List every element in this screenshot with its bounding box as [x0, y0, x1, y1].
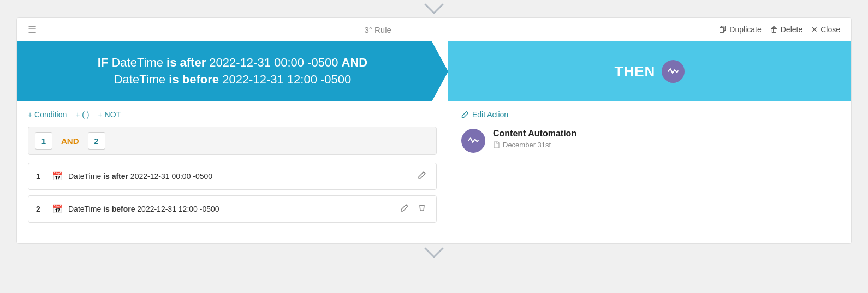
- calendar-icon-1: 📅: [52, 171, 63, 181]
- if-then-banner: IF DateTime is after 2022-12-31 00:00 -0…: [17, 41, 851, 101]
- action-info: Content Automation December 31st: [493, 129, 576, 149]
- conditions-right: Edit Action Content Automation: [448, 101, 851, 243]
- add-condition-button[interactable]: + Condition: [28, 110, 67, 119]
- action-item: Content Automation December 31st: [461, 129, 838, 153]
- drag-handle-icon[interactable]: ☰: [28, 23, 37, 35]
- conditions-body: + Condition + ( ) + NOT 1 AND: [17, 101, 851, 243]
- file-icon: [493, 141, 500, 148]
- delete-button[interactable]: 🗑 Delete: [770, 25, 802, 34]
- action-title: Content Automation: [493, 129, 576, 139]
- condition-num-1: 1: [36, 172, 47, 181]
- header-actions: 🗍 Duplicate 🗑 Delete ✕ Close: [719, 25, 840, 34]
- close-icon: ✕: [811, 25, 818, 34]
- condition-actions-2: [398, 202, 429, 216]
- if-label-2: DateTime is before 2022-12-31 12:00 -050…: [114, 73, 352, 86]
- duplicate-button[interactable]: 🗍 Duplicate: [719, 25, 761, 34]
- add-group-button[interactable]: + ( ): [75, 110, 89, 119]
- page-wrapper: ☰ 3° Rule 🗍 Duplicate 🗑 Delete ✕ Close: [0, 0, 868, 261]
- condition-actions-1: [415, 170, 429, 183]
- action-avatar: [461, 129, 485, 153]
- rule-title: 3° Rule: [365, 25, 391, 34]
- if-text: IF DateTime is after 2022-12-31 00:00 -0…: [98, 55, 367, 88]
- condition-toolbar: + Condition + ( ) + NOT: [28, 110, 437, 119]
- logic-row: 1 AND 2: [28, 127, 437, 155]
- then-label: THEN: [615, 63, 656, 80]
- chevron-top-icon: [418, 0, 450, 17]
- edit-action-button[interactable]: Edit Action: [461, 110, 508, 119]
- logic-and-label: AND: [57, 134, 84, 148]
- calendar-icon-2: 📅: [52, 204, 63, 214]
- duplicate-icon: 🗍: [719, 25, 727, 34]
- condition-item-2: 2 📅 DateTime is before 2022-12-31 12:00 …: [28, 195, 437, 223]
- condition-edit-button-2[interactable]: [398, 202, 411, 216]
- card-header: ☰ 3° Rule 🗍 Duplicate 🗑 Delete ✕ Close: [17, 18, 851, 41]
- if-section: IF DateTime is after 2022-12-31 00:00 -0…: [17, 41, 448, 101]
- rule-card: ☰ 3° Rule 🗍 Duplicate 🗑 Delete ✕ Close: [16, 17, 852, 244]
- then-section: THEN: [448, 41, 851, 101]
- condition-num-2: 2: [36, 205, 47, 213]
- logic-num-1: 1: [35, 132, 52, 150]
- condition-edit-button-1[interactable]: [415, 170, 429, 183]
- condition-item-1: 1 📅 DateTime is after 2022-12-31 00:00 -…: [28, 163, 437, 190]
- condition-text-2: DateTime is before 2022-12-31 12:00 -050…: [68, 205, 393, 213]
- action-subtitle: December 31st: [493, 141, 576, 149]
- chevron-bottom-icon: [418, 244, 450, 261]
- logic-num-2: 2: [88, 132, 105, 150]
- condition-delete-button-2[interactable]: [415, 202, 429, 216]
- close-button[interactable]: ✕ Close: [811, 25, 840, 34]
- condition-text-1: DateTime is after 2022-12-31 00:00 -0500: [68, 172, 410, 181]
- add-not-button[interactable]: + NOT: [98, 110, 121, 119]
- trash-icon: 🗑: [770, 25, 778, 34]
- then-icon-circle: [662, 60, 685, 83]
- conditions-left: + Condition + ( ) + NOT 1 AND: [17, 101, 448, 243]
- if-label: IF DateTime is after 2022-12-31 00:00 -0…: [98, 56, 367, 69]
